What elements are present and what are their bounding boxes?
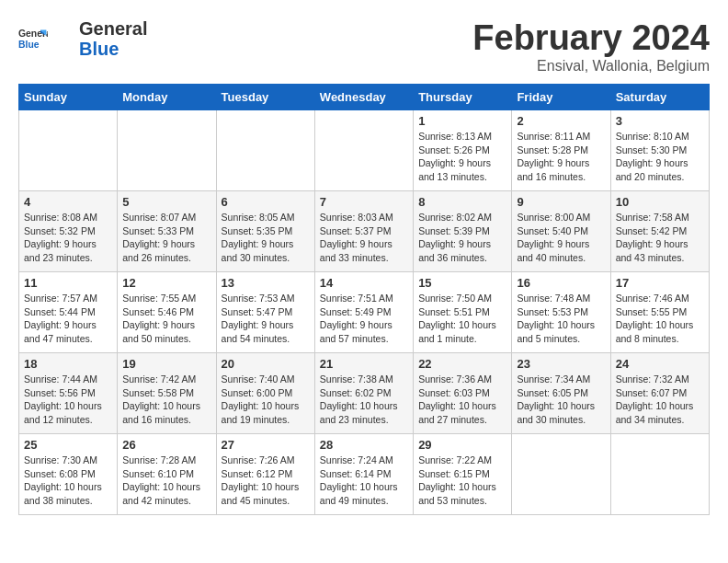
calendar-cell (19, 110, 118, 191)
calendar-cell: 27Sunrise: 7:26 AM Sunset: 6:12 PM Dayli… (216, 434, 314, 515)
calendar-cell: 21Sunrise: 7:38 AM Sunset: 6:02 PM Dayli… (314, 353, 413, 434)
day-number: 12 (122, 276, 210, 290)
calendar-cell: 22Sunrise: 7:36 AM Sunset: 6:03 PM Dayli… (414, 353, 512, 434)
day-info: Sunrise: 8:08 AM Sunset: 5:32 PM Dayligh… (24, 211, 112, 265)
svg-text:Blue: Blue (18, 40, 40, 50)
calendar-cell: 17Sunrise: 7:46 AM Sunset: 5:55 PM Dayli… (610, 272, 709, 353)
day-number: 4 (24, 195, 112, 209)
day-number: 24 (616, 357, 704, 371)
logo-blue-text: Blue (79, 39, 147, 59)
calendar-cell: 29Sunrise: 7:22 AM Sunset: 6:15 PM Dayli… (414, 434, 512, 515)
day-number: 28 (320, 438, 408, 452)
day-info: Sunrise: 7:40 AM Sunset: 6:00 PM Dayligh… (222, 373, 310, 427)
logo: General Blue General Blue (18, 18, 147, 59)
calendar-cell: 20Sunrise: 7:40 AM Sunset: 6:00 PM Dayli… (216, 353, 314, 434)
month-title: February 2024 (472, 18, 710, 58)
day-number: 18 (24, 357, 112, 371)
day-number: 29 (418, 438, 506, 452)
header: General Blue General Blue February 2024 … (18, 18, 710, 75)
location: Ensival, Wallonia, Belgium (472, 58, 710, 75)
day-info: Sunrise: 7:30 AM Sunset: 6:08 PM Dayligh… (24, 454, 112, 508)
day-info: Sunrise: 7:36 AM Sunset: 6:03 PM Dayligh… (418, 373, 506, 427)
day-info: Sunrise: 7:53 AM Sunset: 5:47 PM Dayligh… (222, 292, 310, 346)
day-number: 9 (517, 195, 605, 209)
day-info: Sunrise: 8:11 AM Sunset: 5:28 PM Dayligh… (517, 130, 605, 184)
calendar-cell: 14Sunrise: 7:51 AM Sunset: 5:49 PM Dayli… (314, 272, 413, 353)
day-number: 7 (320, 195, 408, 209)
calendar-cell: 9Sunrise: 8:00 AM Sunset: 5:40 PM Daylig… (512, 191, 610, 272)
calendar-cell (512, 434, 610, 515)
calendar-cell: 18Sunrise: 7:44 AM Sunset: 5:56 PM Dayli… (19, 353, 118, 434)
calendar-cell: 4Sunrise: 8:08 AM Sunset: 5:32 PM Daylig… (19, 191, 118, 272)
calendar-cell: 6Sunrise: 8:05 AM Sunset: 5:35 PM Daylig… (216, 191, 314, 272)
calendar-cell: 8Sunrise: 8:02 AM Sunset: 5:39 PM Daylig… (414, 191, 512, 272)
calendar-cell (216, 110, 314, 191)
day-info: Sunrise: 8:13 AM Sunset: 5:26 PM Dayligh… (418, 130, 506, 184)
day-info: Sunrise: 8:07 AM Sunset: 5:33 PM Dayligh… (122, 211, 210, 265)
day-number: 6 (222, 195, 310, 209)
calendar-week-1: 4Sunrise: 8:08 AM Sunset: 5:32 PM Daylig… (19, 191, 710, 272)
calendar-cell: 3Sunrise: 8:10 AM Sunset: 5:30 PM Daylig… (610, 110, 709, 191)
day-info: Sunrise: 7:48 AM Sunset: 5:53 PM Dayligh… (517, 292, 605, 346)
day-number: 17 (616, 276, 704, 290)
day-number: 19 (122, 357, 210, 371)
calendar-cell: 24Sunrise: 7:32 AM Sunset: 6:07 PM Dayli… (610, 353, 709, 434)
day-number: 11 (24, 276, 112, 290)
day-number: 23 (517, 357, 605, 371)
calendar-cell: 23Sunrise: 7:34 AM Sunset: 6:05 PM Dayli… (512, 353, 610, 434)
calendar-week-3: 18Sunrise: 7:44 AM Sunset: 5:56 PM Dayli… (19, 353, 710, 434)
day-info: Sunrise: 7:26 AM Sunset: 6:12 PM Dayligh… (222, 454, 310, 508)
day-number: 27 (222, 438, 310, 452)
calendar-week-2: 11Sunrise: 7:57 AM Sunset: 5:44 PM Dayli… (19, 272, 710, 353)
day-number: 1 (418, 114, 506, 128)
day-info: Sunrise: 8:10 AM Sunset: 5:30 PM Dayligh… (616, 130, 704, 184)
day-info: Sunrise: 7:46 AM Sunset: 5:55 PM Dayligh… (616, 292, 704, 346)
day-info: Sunrise: 7:28 AM Sunset: 6:10 PM Dayligh… (122, 454, 210, 508)
weekday-header-row: SundayMondayTuesdayWednesdayThursdayFrid… (19, 85, 710, 110)
calendar-table: SundayMondayTuesdayWednesdayThursdayFrid… (18, 84, 710, 515)
day-number: 5 (122, 195, 210, 209)
calendar-cell: 16Sunrise: 7:48 AM Sunset: 5:53 PM Dayli… (512, 272, 610, 353)
day-info: Sunrise: 7:58 AM Sunset: 5:42 PM Dayligh… (616, 211, 704, 265)
calendar-cell: 25Sunrise: 7:30 AM Sunset: 6:08 PM Dayli… (19, 434, 118, 515)
day-info: Sunrise: 8:05 AM Sunset: 5:35 PM Dayligh… (222, 211, 310, 265)
day-number: 2 (517, 114, 605, 128)
calendar-cell: 28Sunrise: 7:24 AM Sunset: 6:14 PM Dayli… (314, 434, 413, 515)
day-info: Sunrise: 7:24 AM Sunset: 6:14 PM Dayligh… (320, 454, 408, 508)
day-info: Sunrise: 7:50 AM Sunset: 5:51 PM Dayligh… (418, 292, 506, 346)
calendar-cell: 15Sunrise: 7:50 AM Sunset: 5:51 PM Dayli… (414, 272, 512, 353)
calendar-header: SundayMondayTuesdayWednesdayThursdayFrid… (19, 85, 710, 110)
day-info: Sunrise: 7:22 AM Sunset: 6:15 PM Dayligh… (418, 454, 506, 508)
weekday-header-friday: Friday (512, 85, 610, 110)
calendar-cell: 12Sunrise: 7:55 AM Sunset: 5:46 PM Dayli… (118, 272, 216, 353)
day-info: Sunrise: 7:51 AM Sunset: 5:49 PM Dayligh… (320, 292, 408, 346)
calendar-cell: 7Sunrise: 8:03 AM Sunset: 5:37 PM Daylig… (314, 191, 413, 272)
weekday-header-sunday: Sunday (19, 85, 118, 110)
day-info: Sunrise: 8:00 AM Sunset: 5:40 PM Dayligh… (517, 211, 605, 265)
day-number: 20 (222, 357, 310, 371)
day-info: Sunrise: 7:42 AM Sunset: 5:58 PM Dayligh… (122, 373, 210, 427)
calendar-week-4: 25Sunrise: 7:30 AM Sunset: 6:08 PM Dayli… (19, 434, 710, 515)
day-number: 8 (418, 195, 506, 209)
day-info: Sunrise: 7:34 AM Sunset: 6:05 PM Dayligh… (517, 373, 605, 427)
logo-general-text: General (79, 18, 147, 39)
calendar-week-0: 1Sunrise: 8:13 AM Sunset: 5:26 PM Daylig… (19, 110, 710, 191)
calendar-cell: 19Sunrise: 7:42 AM Sunset: 5:58 PM Dayli… (118, 353, 216, 434)
calendar-cell: 10Sunrise: 7:58 AM Sunset: 5:42 PM Dayli… (610, 191, 709, 272)
calendar-cell: 26Sunrise: 7:28 AM Sunset: 6:10 PM Dayli… (118, 434, 216, 515)
day-number: 13 (222, 276, 310, 290)
calendar-cell: 1Sunrise: 8:13 AM Sunset: 5:26 PM Daylig… (414, 110, 512, 191)
day-number: 25 (24, 438, 112, 452)
day-number: 26 (122, 438, 210, 452)
weekday-header-monday: Monday (118, 85, 216, 110)
title-area: February 2024 Ensival, Wallonia, Belgium (472, 18, 710, 75)
calendar-body: 1Sunrise: 8:13 AM Sunset: 5:26 PM Daylig… (19, 110, 710, 515)
day-info: Sunrise: 7:55 AM Sunset: 5:46 PM Dayligh… (122, 292, 210, 346)
weekday-header-thursday: Thursday (414, 85, 512, 110)
day-number: 21 (320, 357, 408, 371)
day-info: Sunrise: 7:57 AM Sunset: 5:44 PM Dayligh… (24, 292, 112, 346)
day-number: 15 (418, 276, 506, 290)
day-info: Sunrise: 7:38 AM Sunset: 6:02 PM Dayligh… (320, 373, 408, 427)
calendar-cell: 11Sunrise: 7:57 AM Sunset: 5:44 PM Dayli… (19, 272, 118, 353)
weekday-header-wednesday: Wednesday (314, 85, 413, 110)
